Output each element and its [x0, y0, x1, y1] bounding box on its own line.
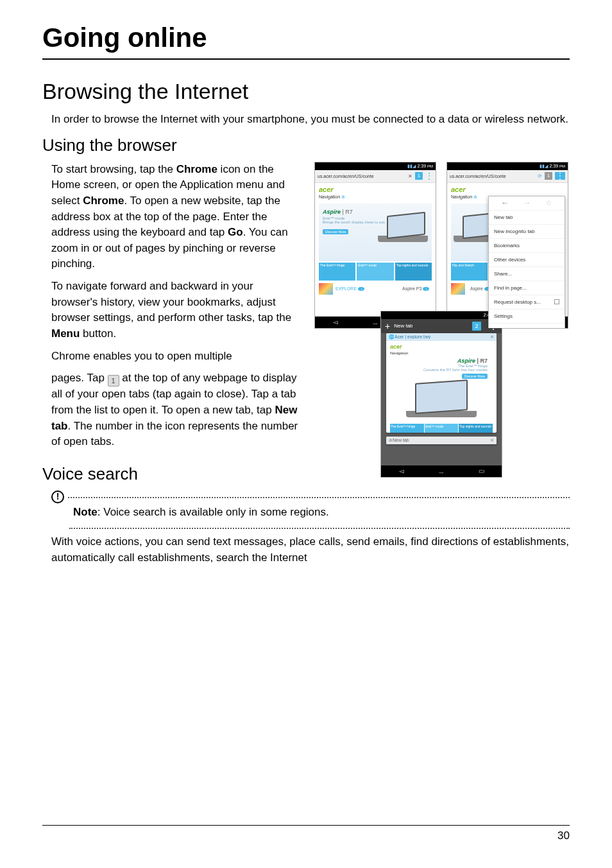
note-text: : Voice search is available only in some… [98, 506, 329, 518]
thumb-image [451, 283, 465, 295]
hero-tag: Ezel™ mode [323, 216, 344, 220]
recent-icon[interactable]: ▭ [479, 467, 484, 474]
status-time: 2:39 [417, 162, 426, 170]
aspire-link[interactable]: Aspire [470, 286, 491, 291]
r7-label: | R7 [475, 358, 488, 364]
section-heading: Browsing the Internet [42, 79, 570, 104]
thumb-image [319, 283, 333, 295]
page-footer: 30 [42, 825, 570, 842]
chrome-label: Chrome [83, 195, 124, 207]
tabs-icon: 1 [108, 375, 119, 386]
menu-share[interactable]: Share... [489, 267, 565, 281]
discover-button[interactable]: Discover More [323, 229, 348, 234]
tile[interactable]: Ezel™ mode [425, 424, 459, 433]
tile[interactable]: The Ezel™ hinge [319, 263, 355, 281]
divider [69, 528, 570, 529]
back-icon[interactable]: ◅ [399, 467, 404, 474]
text: . The number in the icon represents the … [51, 420, 298, 448]
tile[interactable]: Top sights and sounds [395, 263, 432, 281]
forward-arrow-icon[interactable]: → [523, 198, 531, 207]
aspire-label: Aspire [457, 358, 475, 364]
discover-button[interactable]: Discover More [462, 374, 488, 379]
tile[interactable]: Flip and Switch [451, 263, 488, 281]
phone-mock-tabs: 2:40 PM + New tab 2 ⋮ Acer | explore bey… [380, 311, 502, 478]
home-icon[interactable]: ⎵ [439, 467, 443, 474]
tabs-icon[interactable]: 1 [415, 172, 423, 180]
hero-tag: Brings the touch display close to you [323, 220, 385, 224]
nav-label: Navigation [315, 193, 436, 204]
home-icon[interactable]: ⎵ [373, 318, 377, 326]
browser-p1: To start browsing, tap the Chrome icon o… [51, 162, 302, 272]
text: To navigate forward and backward in your… [51, 280, 291, 324]
page-number: 30 [557, 829, 570, 842]
tab-title: Acer | explore bey [395, 334, 488, 339]
status-time: 2:39 [549, 162, 558, 170]
note-block: ! Note: Voice search is available only i… [51, 490, 570, 529]
menu-desktop-site[interactable]: Request desktop s... [489, 295, 565, 309]
page-title: Going online [42, 22, 570, 60]
screenshot-cluster: 2:39 PM us.acer.com/ac/en/US/conte ✕ 1 ⋮… [313, 162, 570, 456]
text: To start browsing, tap the [51, 163, 176, 175]
back-icon[interactable]: ◅ [333, 318, 338, 326]
text: button. [80, 327, 116, 340]
url-text: us.acer.com/ac/en/US/conte [318, 174, 405, 178]
phone-mock-menu: 2:39 PM us.acer.com/ac/en/US/conte ⟳ 1 ⋮… [446, 162, 568, 329]
star-icon[interactable]: ☆ [545, 198, 552, 207]
close-icon[interactable]: ✕ [490, 334, 494, 340]
menu-help[interactable]: Help [489, 324, 565, 329]
menu-other-devices[interactable]: Other devices [489, 253, 565, 267]
menu-icon[interactable]: ⋮ [555, 172, 565, 180]
aspire-label: Aspire [323, 209, 341, 215]
tab-card[interactable]: New tab✕ [386, 437, 497, 444]
go-label: Go [228, 226, 243, 238]
plus-icon[interactable]: + [385, 321, 390, 331]
hero-tag: The Ezel™ hinge [390, 364, 493, 369]
chrome-label: Chrome [176, 163, 217, 175]
menu-find[interactable]: Find in page... [489, 281, 565, 295]
divider [68, 497, 570, 498]
tile[interactable]: Top sights and sounds [459, 424, 493, 433]
explore-link[interactable]: EXPLORE [336, 286, 364, 291]
chrome-menu: ← → ☆ New tab New incognito tab Bookmark… [488, 196, 565, 329]
tile[interactable]: The Ezel™ hinge [390, 424, 424, 433]
tabs-icon[interactable]: 1 [545, 172, 552, 180]
browser-p4: pages. Tap 1 at the top of any webpage t… [51, 370, 302, 450]
hero-tag: Converts the R7 form into four modes [390, 368, 493, 372]
back-arrow-icon[interactable]: ← [501, 198, 509, 207]
nav-label: Navigation [390, 351, 493, 355]
menu-new-tab[interactable]: New tab [489, 211, 565, 225]
menu-settings[interactable]: Settings [489, 309, 565, 324]
laptop-graphic [390, 381, 493, 421]
android-navbar: ◅ ⎵ ▭ [381, 465, 502, 477]
browser-p2: To navigate forward and backward in your… [51, 279, 302, 342]
tabs-count-icon[interactable]: 2 [472, 322, 481, 331]
text: Request desktop s... [494, 299, 541, 305]
menu-label: Menu [51, 327, 80, 340]
close-icon[interactable]: ✕ [490, 438, 494, 443]
intro-paragraph: In order to browse the Internet with you… [51, 112, 570, 128]
acer-logo: acer [390, 343, 493, 350]
laptop-graphic [378, 214, 429, 248]
clear-icon[interactable]: ✕ [408, 173, 412, 179]
menu-bookmarks[interactable]: Bookmarks [489, 239, 565, 253]
menu-incognito[interactable]: New incognito tab [489, 225, 565, 239]
subsection-using-browser: Using the browser [42, 135, 570, 155]
acer-logo: acer [315, 183, 436, 193]
text: pages. Tap [51, 372, 108, 384]
checkbox-icon[interactable] [554, 299, 559, 304]
voice-paragraph: With voice actions, you can send text me… [51, 534, 570, 566]
r7-label: | R7 [341, 209, 353, 215]
tab-card[interactable]: Acer | explore bey✕ acer Navigation Aspi… [386, 333, 497, 433]
note-label: Note [73, 506, 98, 518]
acer-logo: acer [447, 183, 568, 193]
new-tab-button[interactable]: New tab [394, 323, 412, 329]
aspire-link[interactable]: Aspire P3 [402, 286, 429, 291]
refresh-icon[interactable]: ⟳ [538, 173, 542, 179]
tile[interactable]: Ezel™ mode [357, 263, 393, 281]
tab-title: New tab [393, 438, 488, 442]
phone-mock-browser: 2:39 PM us.acer.com/ac/en/US/conte ✕ 1 ⋮… [314, 162, 436, 329]
browser-p3: Chrome enables you to open multiple [51, 349, 302, 365]
warning-icon: ! [51, 490, 64, 503]
url-text: us.acer.com/ac/en/US/conte [450, 174, 535, 178]
menu-icon[interactable]: ⋮ [425, 172, 433, 180]
